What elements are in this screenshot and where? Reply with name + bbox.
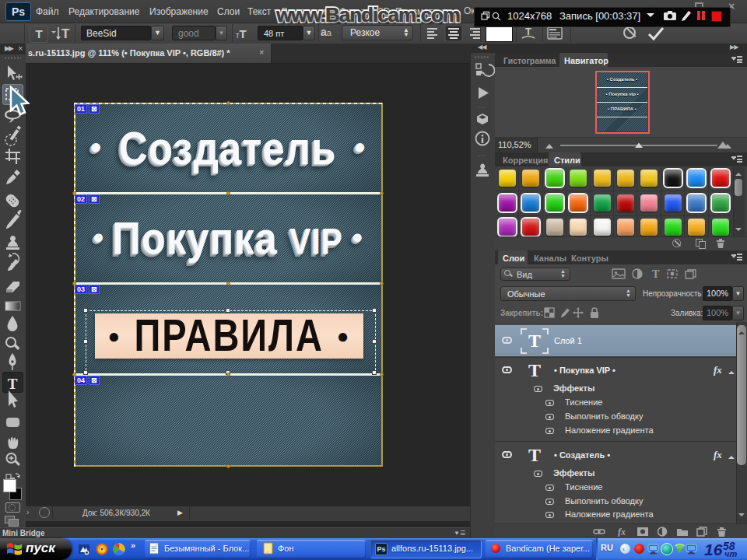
svg-text:fx: fx xyxy=(618,527,626,537)
svg-text:T: T xyxy=(652,268,660,280)
svg-text:T: T xyxy=(8,376,18,392)
svg-text:T: T xyxy=(525,26,531,37)
svg-text:T: T xyxy=(61,26,70,41)
